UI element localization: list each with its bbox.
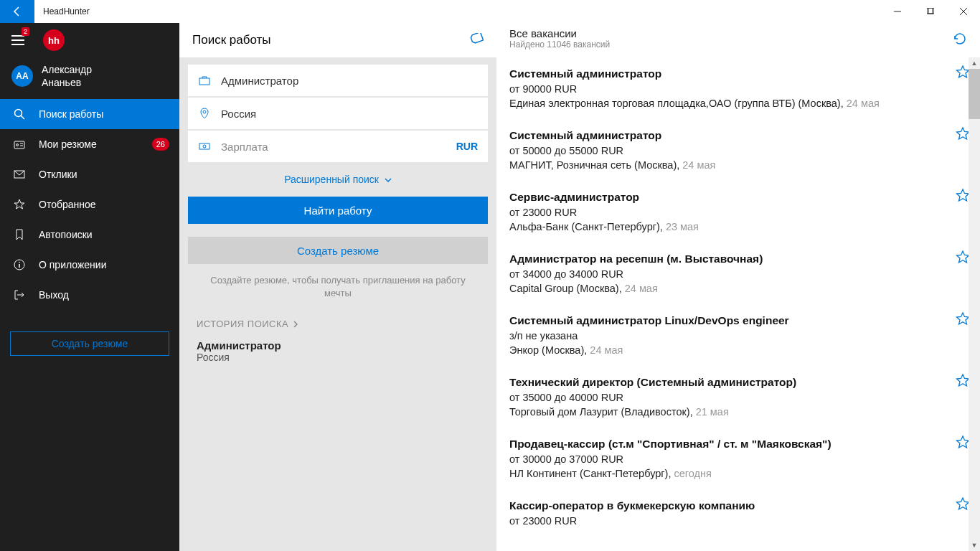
bookmark-icon: [13, 229, 26, 240]
svg-point-17: [203, 110, 206, 113]
vacancy-title: Продавец-кассир (ст.м "Спортивная" / ст.…: [509, 438, 951, 451]
favorite-star-icon[interactable]: [956, 373, 970, 387]
vacancy-company: Capital Group (Москва), 24 мая: [509, 283, 951, 294]
nav-logout[interactable]: Выход: [0, 280, 179, 310]
briefcase-icon: [198, 75, 211, 86]
nav-label: Выход: [39, 289, 69, 301]
vacancy-item[interactable]: Технический директор (Системный админист…: [496, 366, 980, 428]
nav-label: Мои резюме: [39, 138, 97, 150]
nav-autosearch[interactable]: Автопоиски: [0, 220, 179, 250]
find-job-button[interactable]: Найти работу: [188, 197, 488, 224]
vacancy-title: Администратор на ресепшн (м. Выставочная…: [509, 253, 951, 265]
avatar: АА: [11, 65, 33, 87]
advanced-search-toggle[interactable]: Расширенный поиск: [188, 164, 488, 197]
scroll-down-arrow[interactable]: ▼: [969, 540, 980, 551]
vacancy-title: Системный администратор: [509, 129, 951, 142]
vacancy-item[interactable]: Системный администратор Linux/DevOps eng…: [496, 304, 980, 366]
results-panel: Все вакансии Найдено 11046 вакансий Сист…: [496, 23, 980, 551]
vacancy-date: 24 мая: [590, 344, 623, 356]
query-input-row[interactable]: [188, 65, 488, 96]
svg-rect-16: [199, 78, 209, 85]
vacancy-item[interactable]: Сервис-администраторот 23000 RURАльфа-Ба…: [496, 181, 980, 242]
vacancy-salary: от 30000 до 37000 RUR: [509, 453, 951, 465]
history-item[interactable]: Администратор Россия: [188, 336, 488, 366]
vacancy-item[interactable]: Кассир-оператор в букмекерскую компаниюо…: [496, 489, 980, 540]
resume-hint: Создайте резюме, чтобы получать приглаше…: [188, 264, 488, 319]
vacancy-item[interactable]: Администратор на ресепшн (м. Выставочная…: [496, 242, 980, 304]
salary-input-row[interactable]: RUR: [188, 131, 488, 162]
refresh-icon[interactable]: [953, 27, 967, 46]
search-history-header[interactable]: ИСТОРИЯ ПОИСКА: [188, 319, 488, 336]
nav-label: Поиск работы: [39, 108, 103, 120]
svg-point-19: [203, 145, 206, 148]
minimize-button[interactable]: [881, 0, 914, 23]
nav-about[interactable]: О приложении: [0, 250, 179, 280]
nav-responses[interactable]: Отклики: [0, 159, 179, 189]
close-button[interactable]: [947, 0, 980, 23]
favorite-star-icon[interactable]: [956, 250, 970, 264]
scroll-up-arrow[interactable]: ▲: [969, 57, 980, 69]
vacancy-salary: от 50000 до 55000 RUR: [509, 145, 951, 156]
hamburger-menu[interactable]: [11, 35, 24, 45]
svg-point-8: [17, 144, 19, 146]
money-icon: [198, 141, 211, 152]
vacancy-company: Энкор (Москва), 24 мая: [509, 344, 951, 356]
vacancy-company: МАГНИТ, Розничная сеть (Москва), 24 мая: [509, 159, 951, 171]
results-count: Найдено 11046 вакансий: [509, 39, 610, 50]
scrollbar[interactable]: ▲ ▼: [969, 57, 980, 551]
search-panel-title: Поиск работы: [192, 33, 271, 47]
nav-my-resumes[interactable]: Мои резюме 26: [0, 129, 179, 159]
clear-search-icon[interactable]: [469, 33, 484, 47]
vacancy-item[interactable]: Продавец-кассир (ст.м "Спортивная" / ст.…: [496, 428, 980, 489]
vacancy-item[interactable]: Системный администраторот 50000 до 55000…: [496, 119, 980, 181]
region-input[interactable]: [221, 108, 478, 120]
vacancy-title: Сервис-администратор: [509, 191, 951, 204]
vacancy-date: 24 мая: [847, 98, 880, 109]
favorite-star-icon[interactable]: [956, 65, 970, 79]
logout-icon: [13, 289, 26, 301]
results-title: Все вакансии: [509, 27, 610, 39]
vacancy-list: Системный администраторот 90000 RURЕдина…: [496, 57, 980, 551]
vacancy-salary: от 23000 RUR: [509, 207, 951, 218]
search-icon: [13, 108, 26, 120]
vacancy-salary: от 35000 до 40000 RUR: [509, 392, 951, 403]
vacancy-company: НЛ Континент (Санкт-Петербург), сегодня: [509, 468, 951, 479]
vacancy-item[interactable]: Системный администраторот 90000 RURЕдина…: [496, 57, 980, 119]
favorite-star-icon[interactable]: [956, 188, 970, 202]
user-profile[interactable]: АА Александр Ананьев: [0, 57, 179, 95]
vacancy-company: Альфа-Банк (Санкт-Петербург), 23 мая: [509, 221, 951, 232]
create-resume-button[interactable]: Создать резюме: [188, 237, 488, 264]
favorite-star-icon[interactable]: [956, 435, 970, 449]
region-input-row[interactable]: [188, 98, 488, 129]
pin-icon: [198, 108, 211, 119]
vacancy-salary: от 90000 RUR: [509, 83, 951, 95]
nav-label: О приложении: [39, 259, 106, 270]
query-input[interactable]: [221, 75, 478, 87]
user-name-line2: Ананьев: [42, 76, 92, 89]
salary-input[interactable]: [221, 141, 446, 153]
vacancy-date: 21 мая: [696, 406, 729, 418]
svg-rect-1: [927, 8, 933, 14]
vacancy-salary: от 23000 RUR: [509, 515, 951, 527]
favorite-star-icon[interactable]: [956, 126, 970, 141]
favorite-star-icon[interactable]: [956, 311, 970, 326]
history-item-region: Россия: [197, 352, 479, 363]
vacancy-title: Технический директор (Системный админист…: [509, 376, 951, 389]
nav-label: Автопоиски: [39, 229, 93, 240]
nav-label: Отклики: [39, 169, 77, 180]
sidebar-create-resume-button[interactable]: Создать резюме: [10, 331, 169, 356]
nav-label: Отобранное: [39, 199, 96, 210]
favorite-star-icon[interactable]: [956, 496, 970, 511]
svg-rect-2: [928, 8, 934, 14]
scrollbar-thumb[interactable]: [969, 69, 980, 119]
nav-job-search[interactable]: Поиск работы: [0, 99, 179, 129]
vacancy-title: Кассир-оператор в букмекерскую компанию: [509, 499, 951, 512]
hh-logo[interactable]: hh: [43, 29, 65, 51]
maximize-button[interactable]: [914, 0, 947, 23]
vacancy-date: 24 мая: [625, 283, 658, 294]
back-button[interactable]: [0, 0, 34, 23]
currency-label[interactable]: RUR: [456, 141, 478, 152]
sidebar: 2 hh АА Александр Ананьев Поиск работы М…: [0, 23, 179, 551]
nav-favorites[interactable]: Отобранное: [0, 189, 179, 220]
search-panel: Поиск работы RUR Расширенный поиск Найти…: [179, 23, 496, 551]
